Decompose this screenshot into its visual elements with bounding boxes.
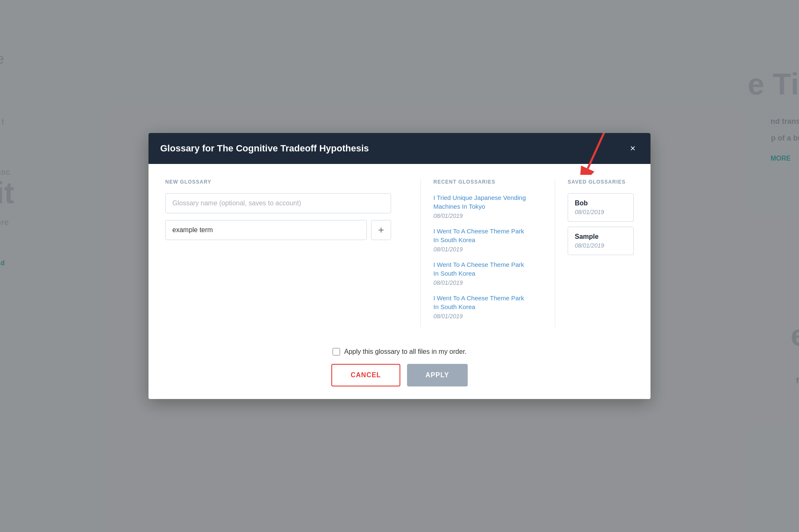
column-divider-2: [555, 179, 555, 327]
term-input[interactable]: [165, 220, 367, 240]
recent-glossary-link-3[interactable]: I Went To A Cheese Theme Park In South K…: [433, 260, 530, 278]
new-glossary-section: NEW GLOSSARY +: [165, 179, 408, 327]
add-term-button[interactable]: +: [371, 220, 391, 240]
glossary-modal: Glossary for The Cognitive Tradeoff Hypo…: [149, 133, 650, 399]
apply-button[interactable]: APPLY: [407, 364, 468, 386]
modal-body: NEW GLOSSARY + RECENT GLOSSARIES I Tried…: [149, 164, 650, 340]
recent-glossary-date-1: 08/01/2019: [433, 212, 530, 219]
term-row: +: [165, 220, 391, 240]
saved-glossaries-label: SAVED GLOSSARIES: [568, 179, 634, 185]
red-arrow-indicator: [579, 133, 617, 176]
footer-buttons: CANCEL APPLY: [331, 364, 468, 386]
modal-close-button[interactable]: ×: [627, 142, 639, 155]
recent-glossaries-label: RECENT GLOSSARIES: [433, 179, 530, 185]
saved-glossary-title-1: Bob: [575, 200, 627, 207]
saved-glossary-card-2[interactable]: Sample 08/01/2019: [568, 227, 634, 255]
modal-footer: Apply this glossary to all files in my o…: [149, 340, 650, 399]
new-glossary-label: NEW GLOSSARY: [165, 179, 391, 185]
saved-glossary-title-2: Sample: [575, 233, 627, 240]
saved-glossaries-section: SAVED GLOSSARIES Bob 08/01/2019 Sample 0…: [568, 179, 634, 327]
saved-glossary-date-1: 08/01/2019: [575, 209, 627, 215]
saved-glossary-date-2: 08/01/2019: [575, 242, 627, 249]
recent-glossary-item-1: I Tried Unique Japanese Vending Machines…: [433, 193, 530, 219]
recent-glossary-link-1[interactable]: I Tried Unique Japanese Vending Machines…: [433, 193, 530, 211]
apply-all-checkbox[interactable]: [333, 348, 340, 356]
modal-title: Glossary for The Cognitive Tradeoff Hypo…: [160, 143, 369, 154]
recent-glossary-item-3: I Went To A Cheese Theme Park In South K…: [433, 260, 530, 286]
cancel-button[interactable]: CANCEL: [331, 364, 400, 386]
recent-glossary-date-3: 08/01/2019: [433, 279, 530, 286]
apply-all-label: Apply this glossary to all files in my o…: [344, 348, 467, 356]
recent-glossaries-section: RECENT GLOSSARIES I Tried Unique Japanes…: [433, 179, 542, 327]
recent-glossary-link-2[interactable]: I Went To A Cheese Theme Park In South K…: [433, 227, 530, 244]
modal-header: Glossary for The Cognitive Tradeoff Hypo…: [149, 133, 650, 164]
recent-glossary-item-2: I Went To A Cheese Theme Park In South K…: [433, 227, 530, 253]
column-divider: [420, 179, 421, 327]
apply-all-row: Apply this glossary to all files in my o…: [333, 348, 467, 356]
recent-glossary-date-2: 08/01/2019: [433, 246, 530, 253]
recent-glossary-link-4[interactable]: I Went To A Cheese Theme Park In South K…: [433, 294, 530, 311]
recent-glossary-item-4: I Went To A Cheese Theme Park In South K…: [433, 294, 530, 320]
glossary-name-input[interactable]: [165, 193, 391, 213]
svg-line-1: [588, 133, 609, 169]
recent-glossary-date-4: 08/01/2019: [433, 313, 530, 320]
saved-glossary-card-1[interactable]: Bob 08/01/2019: [568, 193, 634, 222]
